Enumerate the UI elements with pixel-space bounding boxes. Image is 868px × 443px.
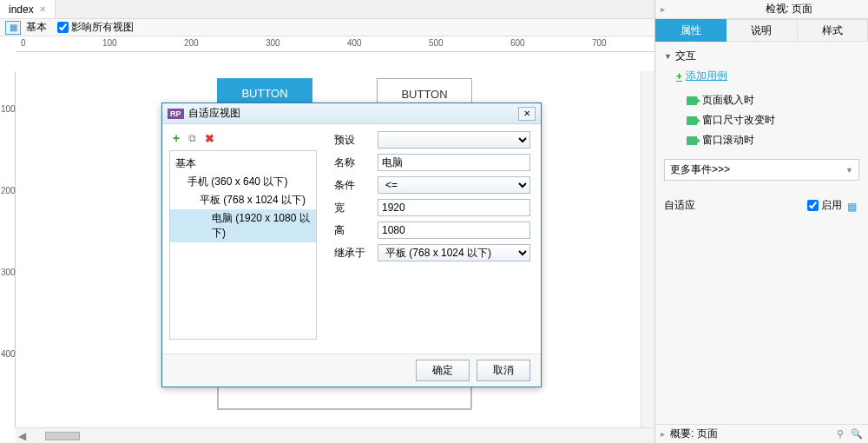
cancel-button[interactable]: 取消 — [477, 360, 530, 381]
height-input[interactable] — [378, 222, 530, 239]
ruler-horizontal: 0 100 200 300 400 500 600 700 800 — [16, 36, 654, 52]
more-events-dropdown[interactable]: 更多事件>>> ▼ — [664, 159, 859, 181]
vertical-scrollbar[interactable] — [641, 71, 654, 427]
document-tab-index[interactable]: index ✕ — [0, 0, 56, 18]
enable-adaptive-input[interactable] — [807, 200, 819, 211]
scroll-left-icon[interactable]: ◀ — [16, 430, 28, 442]
tab-notes[interactable]: 说明 — [727, 19, 797, 42]
inspector-panel: ▸ 检视: 页面 属性 说明 样式 ▼ 交互 + 添加用例 页面载入时 窗口尺寸… — [654, 0, 868, 443]
name-input[interactable] — [378, 154, 530, 171]
condition-select[interactable]: <= — [378, 176, 530, 194]
dialog-tree-toolbar: + ⧉ ✖ — [169, 131, 317, 145]
event-label: 窗口尺寸改变时 — [702, 113, 775, 128]
adaptive-settings-icon[interactable]: ▦ — [847, 201, 859, 211]
affect-all-views-input[interactable] — [57, 22, 69, 33]
event-label: 窗口滚动时 — [702, 133, 754, 148]
tree-item-selected[interactable]: 电脑 (1920 x 1080 以下) — [170, 209, 316, 242]
ruler-tick: 500 — [429, 38, 444, 48]
event-onload[interactable]: 页面载入时 — [687, 90, 859, 110]
tab-properties[interactable]: 属性 — [655, 19, 727, 42]
preset-select[interactable] — [378, 131, 530, 149]
collapse-icon[interactable]: ▸ — [661, 429, 665, 439]
affect-all-views-label: 影响所有视图 — [71, 20, 134, 35]
outline-title: 概要: 页面 — [670, 426, 718, 441]
dialog-titlebar[interactable]: RP 自适应视图 ✕ — [162, 103, 541, 124]
width-label: 宽 — [334, 201, 378, 215]
horizontal-scrollbar[interactable]: ◀ — [16, 427, 654, 443]
ok-button[interactable]: 确定 — [416, 360, 470, 381]
ruler-tick: 200 — [184, 38, 199, 48]
name-label: 名称 — [334, 155, 378, 170]
dialog-title: 自适应视图 — [188, 106, 240, 121]
views-tree[interactable]: 基本 手机 (360 x 640 以下) 平板 (768 x 1024 以下) … — [169, 150, 317, 340]
ruler-tick: 300 — [1, 268, 16, 277]
delete-view-button[interactable]: ✖ — [205, 132, 214, 145]
adaptive-view-icon[interactable]: ▦ — [5, 21, 21, 35]
event-onresize[interactable]: 窗口尺寸改变时 — [687, 110, 859, 130]
ruler-tick: 100 — [102, 38, 117, 48]
adaptive-label: 自适应 — [664, 198, 695, 213]
height-label: 高 — [334, 223, 378, 238]
ruler-vertical: 100 200 300 400 — [0, 71, 16, 427]
inherit-select[interactable]: 平板 (768 x 1024 以下) — [378, 244, 530, 261]
more-events-label: 更多事件>>> — [670, 162, 730, 177]
duplicate-view-button[interactable]: ⧉ — [188, 132, 196, 144]
inspector-tabs: 属性 说明 样式 — [655, 19, 868, 42]
tab-style[interactable]: 样式 — [798, 19, 868, 42]
tree-root[interactable]: 基本 — [170, 155, 316, 173]
basic-view-label[interactable]: 基本 — [26, 20, 47, 35]
event-icon — [687, 96, 697, 105]
ruler-tick: 0 — [21, 38, 26, 48]
scroll-thumb[interactable] — [45, 432, 80, 440]
ruler-tick: 200 — [1, 186, 16, 195]
add-case-label: 添加用例 — [686, 69, 727, 83]
width-input[interactable] — [378, 199, 530, 216]
enable-adaptive-checkbox[interactable]: 启用 — [807, 198, 842, 213]
ruler-tick: 100 — [1, 104, 16, 114]
event-icon — [687, 116, 697, 125]
ruler-tick: 400 — [347, 38, 362, 48]
preset-label: 预设 — [334, 133, 378, 148]
adaptive-views-dialog: RP 自适应视图 ✕ + ⧉ ✖ 基本 手机 (360 x 640 以下) 平板… — [161, 102, 542, 387]
ruler-tick: 600 — [510, 38, 525, 48]
close-icon[interactable]: ✕ — [39, 4, 46, 14]
inspector-header: ▸ 检视: 页面 — [655, 0, 868, 19]
chevron-down-icon: ▼ — [845, 166, 853, 175]
event-icon — [687, 136, 697, 145]
chevron-down-icon: ▼ — [664, 52, 672, 61]
filter-icon[interactable]: ⚲ — [837, 428, 844, 440]
condition-label: 条件 — [334, 178, 378, 193]
tree-item[interactable]: 手机 (360 x 640 以下) — [170, 173, 316, 191]
event-label: 页面载入时 — [702, 93, 754, 108]
plus-icon: + — [676, 70, 682, 83]
interactions-label: 交互 — [675, 49, 696, 63]
add-view-button[interactable]: + — [173, 131, 180, 145]
enable-label: 启用 — [821, 198, 842, 213]
main-area: ▦ 基本 影响所有视图 0 100 200 300 400 500 600 70… — [0, 19, 654, 443]
ruler-tick: 400 — [1, 349, 16, 359]
inspector-title: 检视: 页面 — [766, 2, 813, 17]
ruler-tick: 300 — [266, 38, 280, 48]
inherit-label: 继承于 — [334, 246, 378, 261]
event-onscroll[interactable]: 窗口滚动时 — [687, 130, 859, 150]
dialog-close-button[interactable]: ✕ — [518, 107, 536, 121]
tree-item[interactable]: 平板 (768 x 1024 以下) — [170, 191, 316, 209]
affect-all-views-checkbox[interactable]: 影响所有视图 — [57, 20, 134, 35]
view-toolbar: ▦ 基本 影响所有视图 — [0, 19, 654, 36]
ruler-tick: 700 — [592, 38, 607, 48]
collapse-icon[interactable]: ▸ — [661, 4, 665, 14]
tab-label: index — [9, 3, 34, 16]
app-badge-icon: RP — [168, 109, 184, 119]
search-icon[interactable]: 🔍 — [851, 428, 863, 440]
interactions-section-header[interactable]: ▼ 交互 — [664, 49, 859, 63]
outline-header: ▸ 概要: 页面 ⚲ 🔍 — [655, 424, 868, 443]
add-case-link[interactable]: + 添加用例 — [676, 69, 859, 83]
